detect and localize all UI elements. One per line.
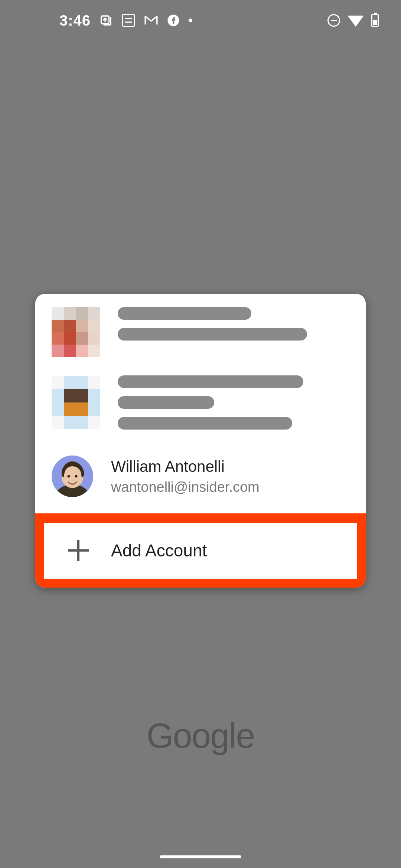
wifi-icon <box>348 15 364 26</box>
gesture-nav-bar[interactable] <box>160 855 241 858</box>
more-notifications-dot-icon <box>189 19 192 22</box>
add-account-label: Add Account <box>111 540 207 560</box>
avatar-pixelated-icon <box>52 307 100 357</box>
google-wordmark: Google <box>0 716 401 756</box>
account-picker-card: William Antonelli wantonelli@insider.com… <box>35 294 366 588</box>
status-clock: 3:46 <box>59 12 91 29</box>
add-account-highlight: Add Account <box>35 513 366 588</box>
upload-icon <box>100 14 113 27</box>
account-row-redacted[interactable] <box>35 294 366 372</box>
svg-point-6 <box>75 475 78 478</box>
status-bar: 3:46 <box>0 0 401 41</box>
account-email: wantonelli@insider.com <box>111 479 260 495</box>
status-right <box>327 14 379 27</box>
status-left: 3:46 <box>59 12 192 29</box>
account-text-redacted <box>118 307 307 341</box>
avatar <box>52 456 93 497</box>
account-text: William Antonelli wantonelli@insider.com <box>111 458 260 495</box>
plus-icon <box>68 540 89 561</box>
account-text-redacted <box>118 375 303 430</box>
account-row[interactable]: William Antonelli wantonelli@insider.com <box>35 444 366 513</box>
account-row-redacted[interactable] <box>35 372 366 444</box>
add-account-button[interactable]: Add Account <box>44 523 357 579</box>
facebook-icon <box>167 14 180 27</box>
avatar-pixelated-icon <box>52 376 100 429</box>
account-name: William Antonelli <box>111 458 260 476</box>
battery-icon <box>371 14 379 27</box>
svg-point-5 <box>68 475 70 478</box>
message-icon <box>122 14 135 27</box>
dnd-icon <box>327 14 340 27</box>
gmail-icon <box>144 15 158 26</box>
